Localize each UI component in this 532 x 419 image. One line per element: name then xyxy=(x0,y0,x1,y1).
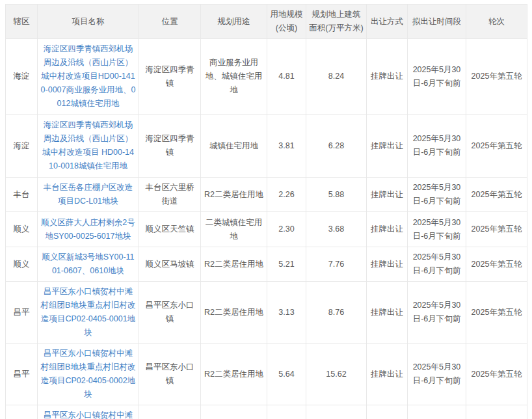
building-area-cell: 8.76 xyxy=(306,282,367,344)
project-cell: 昌平区东小口镇贺村中滩村组团B地块重点村旧村改造项目CP02-0405-0005… xyxy=(38,405,139,419)
round-cell: 2025年第五轮 xyxy=(466,178,527,212)
land-area-cell: 2.26 xyxy=(267,178,306,212)
transfer-method-cell: 挂牌出让 xyxy=(367,344,408,405)
land-area-cell: 2.30 xyxy=(267,212,306,247)
round-cell: 2025年第五轮 xyxy=(466,405,527,419)
location-cell: 海淀区四季青镇 xyxy=(139,115,201,178)
land-area-cell: 5.21 xyxy=(267,247,306,282)
usage-cell: 城镇住宅用地 xyxy=(201,115,267,178)
land-transfer-table: 辖区 项目名称 位置 规划用途 用地规模(公顷) 规划地上建筑面积(万平方米) … xyxy=(5,4,527,419)
location-cell: 昌平区东小口镇 xyxy=(139,405,201,419)
table-row: 顺义 顺义区薛大人庄村剩余2号地SY00-0025-6017地块 顺义区天竺镇 … xyxy=(6,212,527,247)
transfer-period-cell: 2025年5月30日-6月下旬前 xyxy=(408,282,466,344)
building-area-cell: 6.28 xyxy=(306,115,367,178)
transfer-period-cell: 2025年5月30日-6月下旬前 xyxy=(408,39,466,115)
project-cell: 顺义区新城3号地SY00-1101-0607、0610地块 xyxy=(38,247,139,282)
usage-cell: R2二类居住用地 xyxy=(201,282,267,344)
project-cell: 昌平区东小口镇贺村中滩村组团B地块重点村旧村改造项目CP02-0405-0001… xyxy=(38,282,139,344)
round-cell: 2025年第五轮 xyxy=(466,247,527,282)
transfer-method-cell: 挂牌出让 xyxy=(367,247,408,282)
round-cell: 2025年第五轮 xyxy=(466,39,527,115)
round-cell: 2025年第五轮 xyxy=(466,212,527,247)
district-cell: 海淀 xyxy=(6,39,38,115)
location-cell: 顺义区马坡镇 xyxy=(139,247,201,282)
col-header-round: 轮次 xyxy=(466,5,527,39)
land-area-cell: 4.81 xyxy=(267,39,306,115)
location-cell: 昌平区东小口镇 xyxy=(139,344,201,405)
transfer-method-cell: 挂牌出让 xyxy=(367,178,408,212)
table-row: 顺义 顺义区新城3号地SY00-1101-0607、0610地块 顺义区马坡镇 … xyxy=(6,247,527,282)
project-name-link[interactable]: 海淀区四季青镇西郊机场周边及沿线（西山片区）城中村改造项目HD00-1410-0… xyxy=(41,44,136,108)
land-area-cell: 5.72 xyxy=(267,405,306,419)
transfer-method-cell: 挂牌出让 xyxy=(367,115,408,178)
table-row: 昌平 昌平区东小口镇贺村中滩村组团B地块重点村旧村改造项目CP02-0405-0… xyxy=(6,344,527,405)
usage-cell: 商业服务业用地、城镇住宅用地 xyxy=(201,39,267,115)
col-header-building-area: 规划地上建筑面积(万平方米) xyxy=(306,5,367,39)
table-header-row: 辖区 项目名称 位置 规划用途 用地规模(公顷) 规划地上建筑面积(万平方米) … xyxy=(6,5,527,39)
location-cell: 昌平区东小口镇 xyxy=(139,282,201,344)
location-cell: 顺义区天竺镇 xyxy=(139,212,201,247)
usage-cell: 二类城镇住宅用地 xyxy=(201,212,267,247)
district-cell: 海淀 xyxy=(6,115,38,178)
table-row: 昌平 昌平区东小口镇贺村中滩村组团B地块重点村旧村改造项目CP02-0405-0… xyxy=(6,405,527,419)
building-area-cell: 15.62 xyxy=(306,344,367,405)
table-row: 丰台 丰台区岳各庄棚户区改造项目DC-L01地块 丰台区六里桥街道 R2二类居住… xyxy=(6,178,527,212)
project-cell: 丰台区岳各庄棚户区改造项目DC-L01地块 xyxy=(38,178,139,212)
project-name-link[interactable]: 昌平区东小口镇贺村中滩村组团B地块重点村旧村改造项目CP02-0405-0005… xyxy=(41,411,136,419)
location-cell: 海淀区四季青镇 xyxy=(139,39,201,115)
project-name-link[interactable]: 丰台区岳各庄棚户区改造项目DC-L01地块 xyxy=(44,183,133,206)
building-area-cell: 8.24 xyxy=(306,39,367,115)
project-name-link[interactable]: 顺义区新城3号地SY00-1101-0607、0610地块 xyxy=(42,252,134,275)
table-row: 海淀 海淀区四季青镇西郊机场周边及沿线（西山片区）城中村改造项目HD00-141… xyxy=(6,39,527,115)
project-cell: 顺义区薛大人庄村剩余2号地SY00-0025-6017地块 xyxy=(38,212,139,247)
col-header-district: 辖区 xyxy=(6,5,38,39)
transfer-method-cell: 挂牌出让 xyxy=(367,212,408,247)
col-header-project-name: 项目名称 xyxy=(38,5,139,39)
col-header-location: 位置 xyxy=(139,5,201,39)
usage-cell: R2二类居住用地 xyxy=(201,247,267,282)
district-cell: 顺义 xyxy=(6,212,38,247)
land-transfer-table-container: 辖区 项目名称 位置 规划用途 用地规模(公顷) 规划地上建筑面积(万平方米) … xyxy=(5,4,527,419)
project-name-link[interactable]: 海淀区四季青镇西郊机场周边及沿线（西山片区）城中村改造项目 HD00-1410-… xyxy=(42,120,134,170)
project-cell: 海淀区四季青镇西郊机场周边及沿线（西山片区）城中村改造项目 HD00-1410-… xyxy=(38,115,139,178)
project-name-link[interactable]: 昌平区东小口镇贺村中滩村组团B地块重点村旧村改造项目CP02-0405-0002… xyxy=(41,349,136,399)
transfer-method-cell: 挂牌出让 xyxy=(367,282,408,344)
project-cell: 海淀区四季青镇西郊机场周边及沿线（西山片区）城中村改造项目HD00-1410-0… xyxy=(38,39,139,115)
district-cell: 昌平 xyxy=(6,344,38,405)
usage-cell: R2二类居住用地 xyxy=(201,178,267,212)
building-area-cell: 7.76 xyxy=(306,247,367,282)
district-cell: 昌平 xyxy=(6,405,38,419)
col-header-land-area: 用地规模(公顷) xyxy=(267,5,306,39)
building-area-cell: 3.68 xyxy=(306,212,367,247)
transfer-method-cell: 挂牌出让 xyxy=(367,39,408,115)
col-header-transfer-method: 出让方式 xyxy=(367,5,408,39)
project-name-link[interactable]: 昌平区东小口镇贺村中滩村组团B地块重点村旧村改造项目CP02-0405-0001… xyxy=(41,287,136,337)
transfer-period-cell: 2025年5月30日-6月下旬前 xyxy=(408,247,466,282)
table-row: 海淀 海淀区四季青镇西郊机场周边及沿线（西山片区）城中村改造项目 HD00-14… xyxy=(6,115,527,178)
district-cell: 昌平 xyxy=(6,282,38,344)
transfer-period-cell: 2025年5月30日-6月下旬前 xyxy=(408,178,466,212)
usage-cell: R2二类居住用地 xyxy=(201,405,267,419)
building-area-cell: 5.88 xyxy=(306,178,367,212)
usage-cell: R2二类居住用地 xyxy=(201,344,267,405)
col-header-transfer-period: 拟出让时间段 xyxy=(408,5,466,39)
land-area-cell: 3.81 xyxy=(267,115,306,178)
transfer-period-cell: 2025年5月30日-6月下旬前 xyxy=(408,344,466,405)
district-cell: 丰台 xyxy=(6,178,38,212)
transfer-method-cell: 挂牌出让 xyxy=(367,405,408,419)
round-cell: 2025年第五轮 xyxy=(466,344,527,405)
transfer-period-cell: 2025年5月30日-6月下旬前 xyxy=(408,212,466,247)
project-cell: 昌平区东小口镇贺村中滩村组团B地块重点村旧村改造项目CP02-0405-0002… xyxy=(38,344,139,405)
transfer-period-cell: 2025年5月30日-6月下旬前 xyxy=(408,115,466,178)
location-cell: 丰台区六里桥街道 xyxy=(139,178,201,212)
land-area-cell: 5.64 xyxy=(267,344,306,405)
col-header-planned-usage: 规划用途 xyxy=(201,5,267,39)
land-area-cell: 3.13 xyxy=(267,282,306,344)
district-cell: 顺义 xyxy=(6,247,38,282)
transfer-period-cell: 2025年5月30日-6月下旬前 xyxy=(408,405,466,419)
round-cell: 2025年第五轮 xyxy=(466,115,527,178)
table-row: 昌平 昌平区东小口镇贺村中滩村组团B地块重点村旧村改造项目CP02-0405-0… xyxy=(6,282,527,344)
project-name-link[interactable]: 顺义区薛大人庄村剩余2号地SY00-0025-6017地块 xyxy=(41,218,135,241)
round-cell: 2025年第五轮 xyxy=(466,282,527,344)
building-area-cell: 15.42 xyxy=(306,405,367,419)
